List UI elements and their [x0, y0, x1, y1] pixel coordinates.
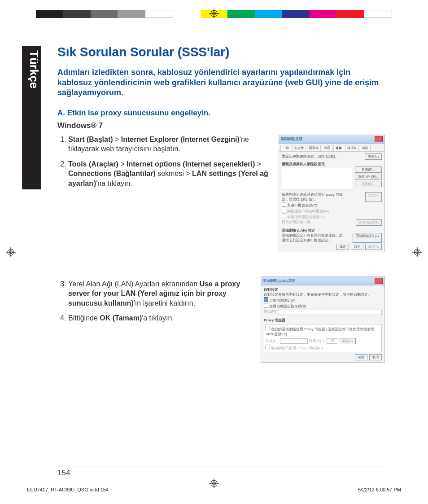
add-vpn-button[interactable]: 新增 VPN(P)... [355, 174, 382, 180]
checkbox-auto-script[interactable] [264, 303, 268, 307]
radio-always-default[interactable]: 永遠使用預設的連線(O) [287, 215, 325, 219]
tab-connections[interactable]: 連線 [333, 145, 344, 151]
add-button[interactable]: 新增(D)... [355, 167, 382, 173]
auto-note: 自動設定會取代手動設定。要確保使用手動設定，請停用自動設定。 [264, 292, 382, 297]
lan-settings-button[interactable]: 區域網路設定(L) [353, 233, 382, 243]
tab-privacy[interactable]: 隱私權 [307, 145, 321, 151]
language-label: Türkçe [22, 50, 41, 88]
radio-dial-no-net[interactable]: 網路連線不存在時撥號(W) [287, 209, 329, 213]
dialog-tabs: 一般 安全性 隱私權 內容 連線 程式集 進階 [279, 144, 384, 152]
advanced-button[interactable]: 進階(C) [339, 338, 356, 344]
steps-list-bottom: Yerel Alan Ağı (LAN) Ayarları ekranından… [57, 279, 253, 323]
lan-note: 區域網路設定不可套用到撥號連線。請選擇上列設定來進行撥號設定。 [282, 233, 345, 243]
ok-button[interactable]: 確定 [336, 244, 349, 250]
print-footer: EEU7417_RT-AC66U_QSG.indd 154 5/22/12 6:… [27, 487, 401, 492]
intro-paragraph: Adımları izledikten sonra, kablosuz yönl… [57, 67, 385, 98]
page-number: 154 [57, 469, 70, 478]
screenshot-internet-options: 網際網路選項 一般 安全性 隱私權 內容 連線 程式集 進階 要設定網際網路連線… [279, 135, 385, 252]
tab-programs[interactable]: 程式集 [345, 145, 359, 151]
apply-button[interactable]: 套用(A) [365, 244, 382, 250]
proxy-header: Proxy 伺服器 [264, 318, 382, 323]
proxy-note: 如果您設定連線時必須設定 proxy 伺服器，請選擇 [設定值]。 [282, 192, 345, 202]
setup-note: 要設定網際網路連線，請按 [安裝]。 [282, 154, 339, 159]
cancel-button[interactable]: 取消 [369, 354, 382, 360]
footer-filename: EEU7417_RT-AC66U_QSG.indd 154 [27, 487, 109, 492]
screenshot-lan-settings: 區域網路 (LAN) 設定 自動設定 自動設定會取代手動設定。要確保使用手動設定… [261, 276, 385, 363]
step-2: Tools (Araçlar) > Internet options (Inte… [68, 159, 271, 188]
page-title: Sık Sorulan Sorular (SSS'lar) [57, 45, 385, 59]
steps-list-top: Start (Başlat) > Internet Explorer (Inte… [57, 135, 271, 188]
step-4: Bittiğinde OK (Tamam)'a tıklayın. [68, 313, 253, 323]
checkbox-use-proxy[interactable] [266, 326, 270, 330]
registration-mark-icon [412, 247, 422, 257]
close-icon[interactable] [375, 278, 383, 284]
tab-security[interactable]: 安全性 [292, 145, 306, 151]
tab-content[interactable]: 內容 [322, 145, 332, 151]
settings-button[interactable]: 設定(S) [365, 192, 382, 202]
set-default-button[interactable]: 設成預設值(E) [356, 219, 382, 226]
registration-mark-icon [209, 9, 219, 18]
section-a-heading: A. Etkin ise proxy sunucusunu engelleyin… [57, 109, 385, 118]
lan-section-label: 區域網路 (LAN) 設定 [282, 228, 382, 233]
auto-header: 自動設定 [264, 287, 382, 292]
language-tab: Türkçe [22, 46, 41, 189]
radio-never-dial[interactable]: 永遠不撥號連線(C) [287, 203, 317, 207]
ok-button[interactable]: 確定 [355, 354, 367, 360]
tab-general[interactable]: 一般 [280, 145, 291, 151]
close-icon[interactable] [375, 136, 383, 142]
current-default: 目前的預設值：無 [282, 219, 310, 226]
footer-divider [57, 466, 385, 466]
os-label: Windows® 7 [57, 121, 385, 130]
remove-button[interactable]: 移除(R)... [355, 181, 382, 187]
dial-section-label: 撥號及虛擬私人網路設定值 [282, 162, 382, 167]
registration-mark-icon [6, 247, 16, 257]
footer-timestamp: 5/22/12 6:00:57 PM [358, 487, 401, 492]
step-3: Yerel Alan Ağı (LAN) Ayarları ekranından… [68, 279, 253, 308]
cancel-button[interactable]: 取消 [351, 244, 363, 250]
page-content: Sık Sorulan Sorular (SSS'lar) Adımları i… [57, 45, 385, 363]
setup-button[interactable]: 安裝(U) [365, 153, 382, 160]
checkbox-auto-detect[interactable] [264, 297, 268, 302]
dialog-title: 區域網路 (LAN) 設定 [263, 278, 296, 283]
step-1: Start (Başlat) > Internet Explorer (Inte… [68, 135, 271, 154]
tab-advanced[interactable]: 進階 [360, 145, 371, 151]
dialog-title: 網際網路選項 [281, 136, 302, 141]
